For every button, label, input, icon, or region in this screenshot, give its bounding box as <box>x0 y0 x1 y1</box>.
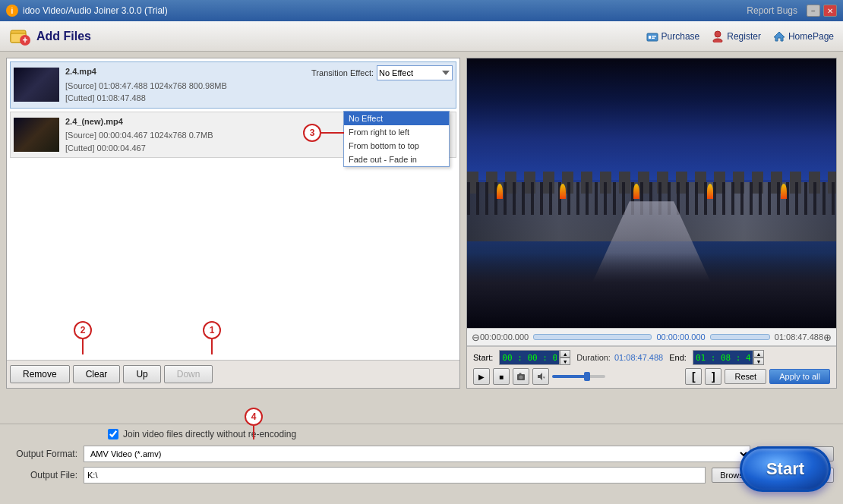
start-time-down[interactable]: ▼ <box>560 358 570 365</box>
homepage-button[interactable]: HomePage <box>773 30 834 43</box>
dropdown-item-fade[interactable]: Fade out - Fade in <box>344 153 449 166</box>
apply-to-all-button[interactable]: Apply to all <box>769 369 830 384</box>
play-button[interactable]: ▶ <box>473 368 490 385</box>
join-directly-checkbox[interactable] <box>108 429 118 439</box>
end-time-down[interactable]: ▼ <box>753 358 764 365</box>
dropdown-item-no-effect[interactable]: No Effect <box>344 112 449 125</box>
dropdown-item-bottom-top[interactable]: From bottom to top <box>344 139 449 153</box>
timeline-bar: ⊖ 00:00:00.000 00:00:00.000 01:08:47.488… <box>467 328 836 346</box>
file-thumbnail-2 <box>14 118 59 152</box>
annotation-badge-3: 3 <box>303 124 321 142</box>
title-bar: i idoo Video/Audio Joiner 3.0.0 (Trial) … <box>0 0 843 21</box>
report-bugs-link[interactable]: Report Bugs <box>747 5 797 16</box>
bottom-panel: Join video files directly without re-enc… <box>0 424 843 504</box>
time-left: 00:00:00.000 <box>480 332 529 342</box>
volume-icon: ▾ <box>536 372 545 381</box>
end-time-input[interactable]: 01 : 08 : 47 . 488 <box>693 350 753 365</box>
join-directly-label: Join video files directly without re-enc… <box>123 429 296 439</box>
checkbox-row: Join video files directly without re-enc… <box>108 429 834 439</box>
playback-controls: ▶ ■ ▾ <box>473 368 830 385</box>
stop-button[interactable]: ■ <box>493 368 510 385</box>
time-controls: Start: 00 : 00 : 00 . 000 ▲ ▼ Duration: … <box>473 350 830 365</box>
mark-in-button[interactable]: [ <box>685 368 702 385</box>
remove-button[interactable]: Remove <box>10 365 70 383</box>
mark-out-button[interactable]: ] <box>705 368 721 385</box>
purchase-button[interactable]: Purchase <box>646 30 700 43</box>
zoom-out-icon[interactable]: ⊖ <box>472 332 480 343</box>
start-button-area: Start <box>740 446 831 492</box>
annotation-badge-4: 4 <box>245 408 263 426</box>
svg-marker-10 <box>774 32 785 41</box>
down-button[interactable]: Down <box>164 365 213 383</box>
duration-label: Duration: 01:08:47.488 <box>576 353 663 362</box>
file-list: 2.4.mp4 [Source] 01:08:47.488 1024x768 8… <box>7 58 459 360</box>
clear-button[interactable]: Clear <box>73 365 121 383</box>
svg-text:▾: ▾ <box>543 375 545 380</box>
app-title: idoo Video/Audio Joiner 3.0.0 (Trial) <box>23 5 168 16</box>
svg-rect-5 <box>649 36 651 39</box>
timeline-track[interactable] <box>533 334 652 340</box>
file-thumbnail-1 <box>14 68 59 102</box>
time-center: 00:00:00.000 <box>656 332 705 342</box>
transition-label: Transition Effect: <box>311 68 374 77</box>
add-files-icon: + <box>9 26 30 47</box>
register-icon <box>712 30 724 43</box>
output-format-label: Output Format: <box>9 449 77 459</box>
svg-point-12 <box>519 376 523 380</box>
app-icon: i <box>6 5 18 17</box>
file-source-1: [Source] 01:08:47.488 1024x768 800.98MB <box>65 80 334 93</box>
output-file-input[interactable]: K:\ <box>84 467 706 484</box>
file-list-buttons: 2 1 Remove Clear Up Down <box>7 360 459 388</box>
minimize-button[interactable]: − <box>807 5 820 17</box>
video-scene <box>467 58 836 328</box>
purchase-icon <box>646 30 658 43</box>
reset-button[interactable]: Reset <box>725 369 766 384</box>
output-format-row: Output Format: AMV Video (*.amv) Output … <box>9 446 834 462</box>
file-list-panel: 2.4.mp4 [Source] 01:08:47.488 1024x768 8… <box>6 58 460 389</box>
end-label: End: <box>669 353 687 362</box>
time-right: 01:08:47.488 <box>775 332 823 342</box>
svg-point-9 <box>713 39 722 43</box>
volume-slider[interactable] <box>552 375 605 378</box>
end-time-up[interactable]: ▲ <box>753 350 764 358</box>
svg-marker-14 <box>538 373 542 380</box>
file-item-1[interactable]: 2.4.mp4 [Source] 01:08:47.488 1024x768 8… <box>10 61 456 109</box>
register-button[interactable]: Register <box>712 30 761 43</box>
snapshot-button[interactable] <box>513 368 529 385</box>
annotation-badge-2: 2 <box>74 321 92 339</box>
file-name-1: 2.4.mp4 <box>65 65 334 78</box>
file-cutted-1: [Cutted] 01:08:47.488 <box>65 92 334 105</box>
menu-bar: + Add Files Purchase Register <box>0 21 843 52</box>
file-info-1: 2.4.mp4 [Source] 01:08:47.488 1024x768 8… <box>65 65 334 105</box>
svg-point-8 <box>715 31 721 37</box>
start-time-input[interactable]: 00 : 00 : 00 . 000 <box>499 350 560 365</box>
transition-dropdown: No Effect From right to left From bottom… <box>343 111 450 167</box>
add-files-label[interactable]: Add Files <box>36 30 91 43</box>
main-content: 2.4.mp4 [Source] 01:08:47.488 1024x768 8… <box>0 52 843 395</box>
video-preview <box>467 58 836 328</box>
video-controls: Start: 00 : 00 : 00 . 000 ▲ ▼ Duration: … <box>467 346 836 388</box>
output-format-select[interactable]: AMV Video (*.amv) <box>84 446 750 462</box>
duration-value: 01:08:47.488 <box>614 353 663 362</box>
timeline-track-2[interactable] <box>710 334 770 340</box>
start-label: Start: <box>473 353 493 362</box>
dropdown-item-right-left[interactable]: From right to left <box>344 125 449 139</box>
svg-rect-7 <box>652 37 655 39</box>
volume-button[interactable]: ▾ <box>532 368 549 385</box>
zoom-in-icon[interactable]: ⊕ <box>823 332 832 343</box>
start-time-spinner: ▲ ▼ <box>560 350 570 365</box>
homepage-icon <box>773 30 785 43</box>
start-button[interactable]: Start <box>740 446 831 492</box>
transition-select[interactable]: No Effect From right to left From bottom… <box>377 65 453 80</box>
svg-text:+: + <box>22 35 27 46</box>
annotation-badge-1: 1 <box>203 321 221 339</box>
video-panel: ⊖ 00:00:00.000 00:00:00.000 01:08:47.488… <box>466 58 837 389</box>
svg-rect-6 <box>652 36 656 37</box>
close-button[interactable]: ✕ <box>823 5 837 17</box>
up-button[interactable]: Up <box>123 365 160 383</box>
output-file-row: Output File: K:\ Browse... Open Output <box>9 467 834 484</box>
camera-icon <box>516 372 526 381</box>
start-time-up[interactable]: ▲ <box>560 350 570 358</box>
end-time-spinner: ▲ ▼ <box>753 350 764 365</box>
output-file-label: Output File: <box>9 470 77 480</box>
